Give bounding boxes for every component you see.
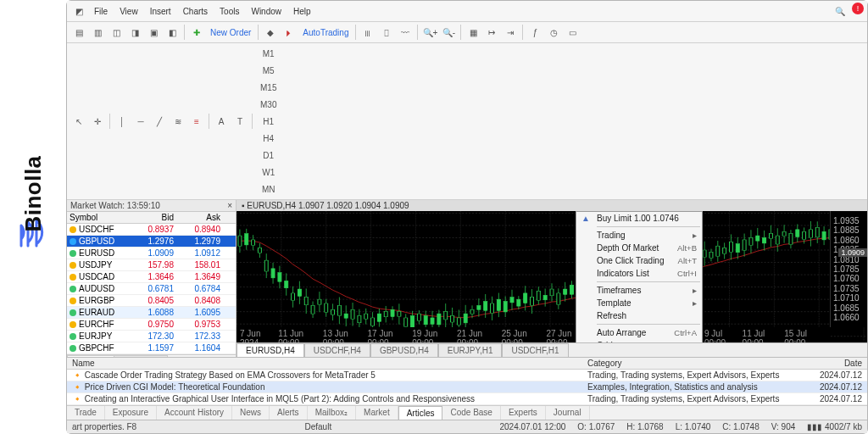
- bar-chart-icon[interactable]: ⫼: [359, 24, 376, 41]
- channel-icon[interactable]: ≋: [170, 113, 186, 130]
- crosshair-icon[interactable]: ✛: [89, 113, 106, 130]
- text-icon[interactable]: A: [213, 113, 230, 130]
- tf-W1[interactable]: W1: [256, 164, 281, 181]
- tf-M30[interactable]: M30: [256, 96, 281, 113]
- svg-rect-119: [543, 295, 547, 300]
- terminal-tab-account history[interactable]: Account History: [157, 406, 232, 420]
- svg-rect-125: [564, 289, 567, 294]
- close-icon[interactable]: ×: [227, 201, 232, 210]
- scroll-icon[interactable]: ↦: [483, 24, 500, 41]
- menu-charts[interactable]: Charts: [178, 5, 213, 18]
- mw-row-GBPCHF[interactable]: GBPCHF1.15971.1604: [67, 342, 236, 354]
- shift-icon[interactable]: ⇥: [502, 24, 519, 41]
- ctx-depth-of-market[interactable]: Depth Of MarketAlt+B: [576, 242, 702, 254]
- tf-M5[interactable]: M5: [256, 62, 281, 79]
- menu-file[interactable]: File: [89, 5, 113, 18]
- cursor-icon[interactable]: ↖: [70, 113, 87, 130]
- article-row[interactable]: 🔸 Creating an Interactive Graphical User…: [67, 393, 867, 405]
- zoom-out-icon[interactable]: 🔍-: [440, 24, 457, 41]
- tf-M15[interactable]: M15: [256, 79, 281, 96]
- menu-window[interactable]: Window: [246, 5, 287, 18]
- chart-tab[interactable]: EURUSD,H4: [236, 343, 304, 357]
- menu-tools[interactable]: Tools: [214, 5, 244, 18]
- tf-H4[interactable]: H4: [256, 130, 281, 147]
- mw-row-AUDUSD[interactable]: AUDUSD0.67810.6784: [67, 283, 236, 295]
- mw-row-EURGBP[interactable]: EURGBP0.84050.8408: [67, 295, 236, 307]
- label-icon[interactable]: T: [231, 113, 248, 130]
- mw-row-GBPUSD[interactable]: GBPUSD1.29761.2979: [67, 236, 236, 248]
- terminal-tab-experts[interactable]: Experts: [501, 406, 546, 420]
- ctx-auto-arrange[interactable]: Auto ArrangeCtrl+A: [576, 326, 702, 339]
- auto-trading-icon[interactable]: ⏵: [281, 24, 298, 41]
- hline-icon[interactable]: ─: [132, 113, 149, 130]
- candle-icon[interactable]: ⌷: [378, 24, 395, 41]
- svg-rect-191: [782, 231, 786, 236]
- terminal-tab-articles[interactable]: Articles: [398, 406, 443, 420]
- ctx-indicators-list[interactable]: Indicators ListCtrl+I: [576, 267, 702, 280]
- nav-icon[interactable]: ◨: [126, 24, 143, 41]
- trendline-icon[interactable]: ╱: [151, 113, 168, 130]
- menu-insert[interactable]: Insert: [145, 5, 176, 18]
- context-menu: ▲Buy Limit 1.00 1.0746Trading▸Depth Of M…: [576, 211, 703, 342]
- article-row[interactable]: 🔸 Price Driven CGI Model: Theoretical Fo…: [67, 381, 867, 393]
- svg-rect-169: [709, 252, 713, 258]
- search-icon[interactable]: 🔍: [832, 3, 849, 19]
- mw-row-EURJPY[interactable]: EURJPY172.30172.33: [67, 331, 236, 342]
- menu-help[interactable]: Help: [288, 5, 316, 18]
- chart-tab[interactable]: USDCHF,H1: [502, 343, 568, 357]
- menu-view[interactable]: View: [114, 5, 143, 18]
- tester-icon[interactable]: ◧: [164, 24, 181, 41]
- terminal-tab-alerts[interactable]: Alerts: [270, 406, 308, 420]
- templates-icon[interactable]: ▭: [564, 24, 581, 41]
- tf-M1[interactable]: M1: [256, 45, 281, 62]
- svg-rect-123: [557, 293, 560, 304]
- terminal-tab-mailbox₂[interactable]: Mailbox₂: [308, 406, 356, 420]
- tf-H1[interactable]: H1: [256, 113, 281, 130]
- mw-row-EURUSD[interactable]: EURUSD1.09091.0912: [67, 248, 236, 259]
- periods-icon[interactable]: ◷: [545, 24, 562, 41]
- meta-icon[interactable]: ◆: [262, 24, 279, 41]
- ctx-refresh[interactable]: Refresh: [576, 309, 702, 322]
- terminal-tab-news[interactable]: News: [232, 406, 270, 420]
- terminal-tab-trade[interactable]: Trade: [67, 406, 105, 420]
- ctx-grid[interactable]: ▦GridCtrl+G: [576, 339, 702, 342]
- terminal-tab-journal[interactable]: Journal: [546, 406, 590, 420]
- mw-row-EURAUD[interactable]: EURAUD1.60881.6095: [67, 307, 236, 319]
- new-chart-icon[interactable]: ▤: [70, 24, 87, 41]
- chart-tab[interactable]: USDCHF,H4: [304, 343, 370, 357]
- auto-trading-button[interactable]: AutoTrading: [299, 26, 352, 39]
- terminal-tab-exposure[interactable]: Exposure: [105, 406, 157, 420]
- mw-row-USDCHF[interactable]: USDCHF0.89370.8940: [67, 224, 236, 236]
- vline-icon[interactable]: │: [114, 113, 131, 130]
- chart-tab[interactable]: EURJPY,H1: [438, 343, 503, 357]
- svg-rect-33: [258, 248, 261, 253]
- ctx-buy-limit-[interactable]: ▲Buy Limit 1.00 1.0746: [576, 212, 702, 225]
- zoom-in-icon[interactable]: 🔍+: [421, 24, 438, 41]
- new-order-button[interactable]: New Order: [207, 26, 254, 39]
- chart-area[interactable]: ▪ EURUSD,H4 1.0907 1.0920 1.0904 1.0909 …: [236, 200, 867, 357]
- svg-rect-93: [457, 318, 460, 326]
- svg-rect-31: [252, 240, 255, 246]
- ctx-trading[interactable]: Trading▸: [576, 229, 702, 242]
- ctx-timeframes[interactable]: Timeframes▸: [576, 284, 702, 297]
- tile-icon[interactable]: ▦: [465, 24, 481, 41]
- new-order-icon[interactable]: ✚: [188, 24, 205, 41]
- indicators-icon[interactable]: ƒ: [526, 24, 543, 41]
- mw-row-EURCHF[interactable]: EURCHF0.97500.9753: [67, 319, 236, 331]
- terminal-icon[interactable]: ▣: [145, 24, 162, 41]
- ctx-template[interactable]: Template▸: [576, 297, 702, 309]
- tf-MN[interactable]: MN: [256, 181, 281, 198]
- fibo-icon[interactable]: ≡: [188, 113, 205, 130]
- market-watch-icon[interactable]: ◫: [108, 24, 125, 41]
- terminal-tab-code base[interactable]: Code Base: [442, 406, 500, 420]
- terminal-tab-market[interactable]: Market: [356, 406, 398, 420]
- article-row[interactable]: 🔸 Cascade Order Trading Strategy Based o…: [67, 370, 867, 381]
- mw-row-USDJPY[interactable]: USDJPY157.98158.01: [67, 259, 236, 271]
- mw-row-USDCAD[interactable]: USDCAD1.36461.3649: [67, 271, 236, 283]
- line-chart-icon[interactable]: 〰: [397, 24, 414, 41]
- alert-badge[interactable]: !: [852, 3, 864, 14]
- ctx-one-click-trading[interactable]: One Click TradingAlt+T: [576, 254, 702, 267]
- tf-D1[interactable]: D1: [256, 147, 281, 164]
- profiles-icon[interactable]: ▥: [89, 24, 106, 41]
- chart-tab[interactable]: GBPUSD,H4: [370, 343, 438, 357]
